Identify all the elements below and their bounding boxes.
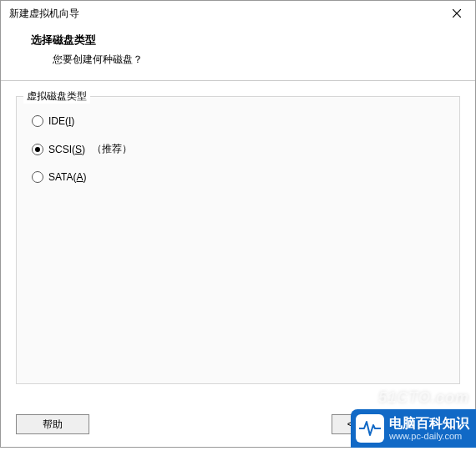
radio-recommended-label: （推荐）	[92, 142, 132, 156]
page-subtitle: 您要创建何种磁盘？	[18, 53, 467, 67]
radio-indicator	[32, 171, 43, 183]
radio-label-sata: SATA(A)	[48, 171, 87, 183]
radio-indicator	[32, 115, 43, 127]
button-bar: 帮助 < 上一步(B) 下	[1, 412, 475, 437]
next-button-highlight: 下	[418, 412, 460, 437]
disk-type-fieldset: 虚拟磁盘类型 IDE(I) SCSI(S) （推荐） SATA(A)	[16, 96, 460, 384]
titlebar: 新建虚拟机向导	[1, 1, 475, 26]
page-edge	[0, 448, 476, 456]
radio-label-ide: IDE(I)	[48, 115, 74, 127]
radio-option-scsi[interactable]: SCSI(S) （推荐）	[32, 142, 444, 156]
disk-type-radio-group: IDE(I) SCSI(S) （推荐） SATA(A)	[17, 97, 459, 183]
radio-option-ide[interactable]: IDE(I)	[32, 115, 444, 127]
radio-indicator	[32, 144, 43, 155]
radio-label-scsi: SCSI(S)	[48, 144, 85, 155]
window-title: 新建虚拟机向导	[9, 7, 79, 21]
wizard-header: 选择磁盘类型 您要创建何种磁盘？	[1, 26, 475, 77]
wizard-window: 新建虚拟机向导 选择磁盘类型 您要创建何种磁盘？ 虚拟磁盘类型 IDE(I) S…	[0, 0, 476, 448]
page-title: 选择磁盘类型	[18, 33, 467, 53]
back-button[interactable]: < 上一步(B)	[332, 414, 415, 434]
content-area: 虚拟磁盘类型 IDE(I) SCSI(S) （推荐） SATA(A)	[1, 81, 475, 384]
close-button[interactable]	[445, 4, 468, 23]
help-button[interactable]: 帮助	[16, 414, 89, 434]
fieldset-legend: 虚拟磁盘类型	[23, 89, 90, 104]
close-icon	[453, 9, 461, 18]
next-button[interactable]: 下	[421, 414, 458, 434]
radio-option-sata[interactable]: SATA(A)	[32, 171, 444, 183]
